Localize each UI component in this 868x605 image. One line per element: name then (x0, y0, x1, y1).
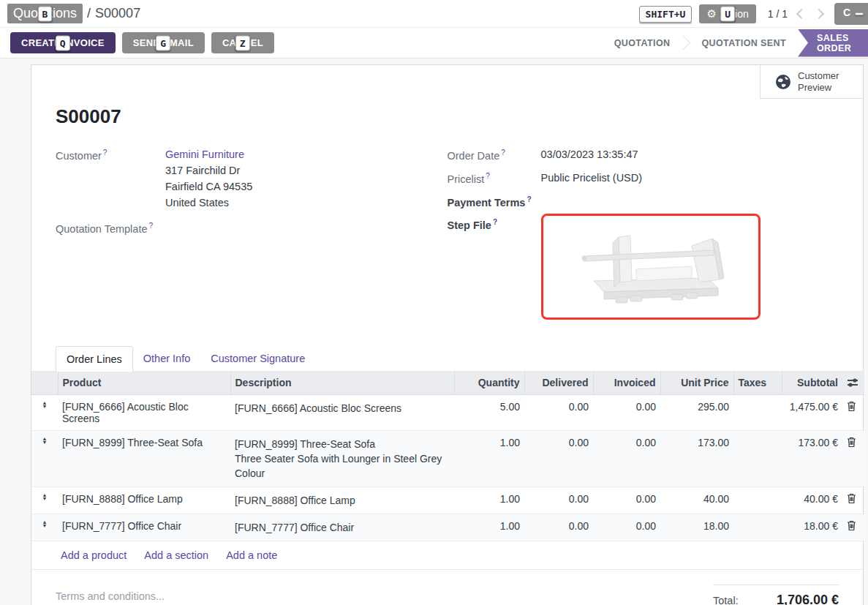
action-menu-button[interactable]: ⚙ Action U (699, 4, 755, 23)
column-header-product[interactable]: Product (58, 371, 230, 395)
column-header-taxes[interactable]: Taxes (733, 371, 782, 395)
terms-and-conditions-input[interactable]: Terms and conditions... (56, 590, 165, 605)
tab-customer-signature[interactable]: Customer Signature (200, 346, 315, 371)
cell-unit-price[interactable]: 295.00 (660, 395, 733, 431)
record-pager: 1 / 1 (768, 8, 823, 20)
delete-row-icon[interactable] (842, 514, 864, 541)
cell-quantity[interactable]: 1.00 (454, 514, 524, 541)
quotation-template-field-label: Quotation Template? (56, 222, 165, 235)
table-row[interactable]: ▲▼ [FURN_8999] Three-Seat Sofa [FURN_899… (31, 431, 864, 487)
cell-quantity[interactable]: 1.00 (454, 487, 524, 514)
cell-description[interactable]: [FURN_8999] Three-Seat Sofa Three Seater… (230, 431, 454, 487)
gear-icon: ⚙ (706, 7, 716, 20)
send-email-button[interactable]: SEND EMAIL G (122, 32, 205, 53)
table-row[interactable]: ▲▼ [FURN_8888] Office Lamp [FURN_8888] O… (31, 487, 864, 514)
order-date-label-text: Order Date (448, 150, 500, 162)
keyboard-hint-shift-u: SHIFT+U (639, 6, 692, 23)
cell-taxes[interactable] (733, 395, 782, 431)
cell-product[interactable]: [FURN_6666] Acoustic Bloc Screens (58, 395, 230, 431)
column-header-quantity[interactable]: Quantity (454, 371, 524, 395)
field-customer: Customer? Gemini Furniture 317 Fairchild… (56, 149, 448, 208)
cell-description[interactable]: [FURN_7777] Office Chair (230, 514, 454, 541)
keyboard-hint-g: G (156, 35, 170, 50)
order-date-value[interactable]: 03/03/2023 13:35:47 (541, 149, 638, 162)
cell-product[interactable]: [FURN_7777] Office Chair (58, 514, 230, 541)
cell-delivered[interactable]: 0.00 (524, 514, 593, 541)
help-icon: ? (527, 195, 531, 203)
customer-field-label: Customer? (56, 149, 165, 208)
cell-product[interactable]: [FURN_8888] Office Lamp (58, 487, 230, 514)
customer-preview-label: Customer Preview (798, 70, 839, 94)
step-file-label-text: Step File (448, 219, 491, 231)
cell-invoiced[interactable]: 0.00 (593, 487, 660, 514)
create-invoice-button[interactable]: CREATE INVOICE Q (10, 32, 116, 53)
add-note-link[interactable]: Add a note (226, 549, 277, 561)
customer-preview-line1: Customer (798, 70, 839, 81)
drag-handle-icon[interactable]: ▲▼ (31, 514, 58, 541)
cancel-button[interactable]: CANCEL Z (211, 32, 274, 53)
step-file-image-frame[interactable] (541, 214, 761, 320)
drag-handle-icon[interactable]: ▲▼ (31, 395, 58, 431)
cell-taxes[interactable] (733, 487, 782, 514)
table-footer-links: Add a product Add a section Add a note (31, 541, 863, 570)
status-step-sales-order[interactable]: SALES ORDER (798, 29, 868, 57)
pricelist-value[interactable]: Public Pricelist (USD) (541, 172, 643, 185)
pager-previous-icon[interactable] (796, 9, 807, 19)
notebook-tabs: Order Lines Other Info Customer Signatur… (31, 345, 863, 371)
add-product-link[interactable]: Add a product (61, 549, 127, 561)
tab-order-lines[interactable]: Order Lines (56, 346, 133, 372)
cell-quantity[interactable]: 5.00 (454, 395, 524, 431)
table-row[interactable]: ▲▼ [FURN_6666] Acoustic Bloc Screens [FU… (31, 395, 864, 431)
column-header-invoiced[interactable]: Invoiced (593, 371, 660, 395)
status-step-quotation[interactable]: QUOTATION (603, 29, 682, 57)
customer-link[interactable]: Gemini Furniture (165, 149, 244, 160)
breadcrumb-current: S00007 (95, 6, 140, 21)
cell-description[interactable]: [FURN_6666] Acoustic Bloc Screens (230, 395, 454, 431)
help-icon: ? (501, 149, 505, 157)
cell-taxes[interactable] (733, 431, 782, 487)
cell-unit-price[interactable]: 40.00 (660, 487, 733, 514)
table-row[interactable]: ▲▼ [FURN_7777] Office Chair [FURN_7777] … (31, 514, 864, 541)
pager-next-icon[interactable] (814, 9, 824, 19)
drag-handle-icon[interactable]: ▲▼ (31, 487, 58, 514)
cell-delivered[interactable]: 0.00 (524, 395, 593, 431)
globe-icon (775, 74, 791, 90)
cell-invoiced[interactable]: 0.00 (593, 395, 660, 431)
table-header-row: Product Description Quantity Delivered I… (31, 371, 864, 395)
cell-quantity[interactable]: 1.00 (454, 431, 524, 487)
tab-other-info[interactable]: Other Info (133, 346, 200, 371)
breadcrumb-parent-link[interactable]: Quotations B (7, 4, 83, 23)
customer-label-text: Customer (56, 150, 102, 162)
cell-taxes[interactable] (733, 514, 782, 541)
cell-unit-price[interactable]: 173.00 (660, 431, 733, 487)
column-header-delivered[interactable]: Delivered (524, 371, 593, 395)
cell-product[interactable]: [FURN_8999] Three-Seat Sofa (58, 431, 230, 487)
column-header-description[interactable]: Description (230, 371, 454, 395)
status-bar: QUOTATION QUOTATION SENT SALES ORDER (603, 28, 868, 59)
drag-handle-icon[interactable]: ▲▼ (31, 431, 58, 487)
help-icon: ? (103, 149, 107, 157)
cell-delivered[interactable]: 0.00 (524, 431, 593, 487)
cell-invoiced[interactable]: 0.00 (593, 431, 660, 487)
delete-row-icon[interactable] (842, 431, 864, 487)
total-value: 1,706.00 € (777, 593, 839, 605)
column-header-unit-price[interactable]: Unit Price (660, 371, 733, 395)
optional-columns-header (842, 371, 864, 395)
customer-preview-line2: Preview (798, 82, 831, 93)
cell-invoiced[interactable]: 0.00 (593, 514, 660, 541)
field-payment-terms: Payment Terms? (448, 195, 839, 208)
field-quotation-template[interactable]: Quotation Template? (56, 222, 448, 235)
control-panel: CREATE INVOICE Q SEND EMAIL G CANCEL Z Q… (0, 28, 868, 59)
cell-unit-price[interactable]: 18.00 (660, 514, 733, 541)
clipped-right-button[interactable]: C (834, 3, 868, 25)
column-header-subtotal[interactable]: Subtotal (782, 371, 842, 395)
optional-columns-icon[interactable] (847, 377, 858, 388)
add-section-link[interactable]: Add a section (144, 549, 208, 561)
quotation-template-label-text: Quotation Template (56, 223, 147, 235)
customer-preview-button[interactable]: Customer Preview (760, 65, 863, 99)
cell-description[interactable]: [FURN_8888] Office Lamp (230, 487, 454, 514)
delete-row-icon[interactable] (842, 395, 864, 431)
delete-row-icon[interactable] (842, 487, 864, 514)
status-step-quotation-sent[interactable]: QUOTATION SENT (690, 29, 798, 57)
cell-delivered[interactable]: 0.00 (524, 487, 593, 514)
